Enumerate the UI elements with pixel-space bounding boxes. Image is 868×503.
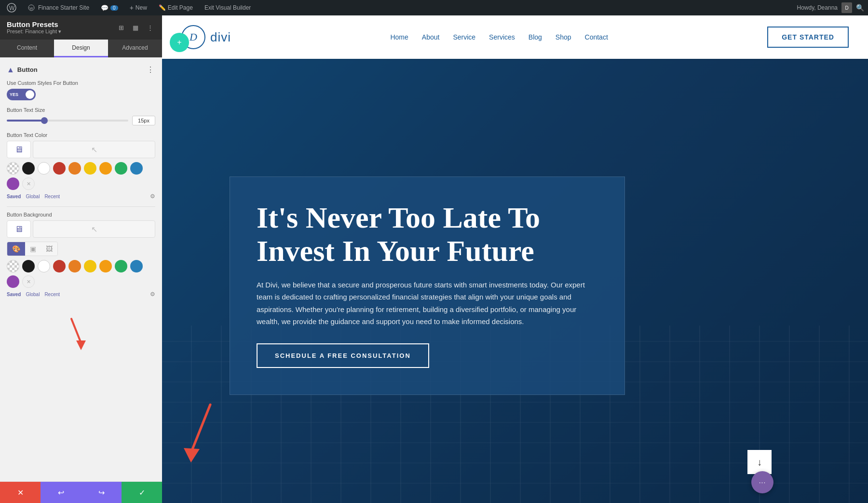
nav-about[interactable]: About [422,33,440,41]
arrow-annotation-container [7,324,155,353]
comments-link[interactable]: 💬 0 [98,4,121,12]
global-label[interactable]: Global [26,194,40,199]
website-preview: + D divi Home About Service Services Blo… [162,15,868,503]
edit-page-link[interactable]: ✏️ Edit Page [156,4,196,11]
swatch-purple[interactable] [7,177,19,190]
get-started-button[interactable]: GET STARTED [767,27,849,48]
swatch-yellow[interactable] [84,162,96,175]
nav-services[interactable]: Services [489,33,515,41]
floating-add-btn[interactable]: + [170,33,189,52]
panel-expand-icon[interactable]: ⊞ [116,22,126,33]
use-custom-styles-toggle[interactable]: YES [7,89,36,100]
svg-text:W: W [29,6,33,11]
section-options-icon[interactable]: ⋮ [147,65,155,74]
text-color-row: 🖥 ↖ [7,141,155,158]
hero-description: At Divi, we believe that a secure and pr… [257,279,598,328]
undo-icon: ↩ [58,488,64,497]
left-panel: Button Presets Preset: Finance Light ▾ ⊞… [0,15,162,503]
exit-builder-btn[interactable]: Exit Visual Builder [202,4,254,11]
tab-advanced[interactable]: Advanced [108,40,162,57]
bg-swatch-orange[interactable] [68,260,81,272]
cta-label: SCHEDULE A FREE CONSULTATION [275,352,411,359]
saved-label[interactable]: Saved [7,194,21,199]
tab-content[interactable]: Content [0,40,54,57]
nav-shop[interactable]: Shop [556,33,571,41]
bg-color-settings-icon[interactable]: ⚙ [150,291,155,298]
bg-swatch-purple[interactable] [7,275,19,288]
red-arrow-svg [67,314,95,353]
scroll-down-button[interactable]: ↓ [747,450,772,474]
admin-site-name[interactable]: W Finance Starter Site [25,4,92,11]
collapse-icon[interactable]: ▲ [7,66,14,74]
recent-label[interactable]: Recent [44,194,60,199]
site-nav: + D divi Home About Service Services Blo… [162,15,868,59]
bg-swatch-eraser[interactable]: ✕ [22,275,35,288]
section-title: ▲ Button [7,66,38,74]
toggle-knob [26,90,34,99]
swatch-red[interactable] [53,162,66,175]
swatch-light-orange[interactable] [99,162,112,175]
bg-color-label-group: Saved Global Recent ⚙ [7,291,155,298]
floating-dots-menu[interactable]: ··· [751,471,773,493]
bg-desktop-view-btn[interactable]: 🖥 [7,220,31,238]
main-layout: Button Presets Preset: Finance Light ▾ ⊞… [0,15,868,503]
swatch-eraser[interactable]: ✕ [22,177,35,190]
new-content-btn[interactable]: + New [127,4,150,12]
nav-service[interactable]: Service [453,33,475,41]
swatch-blue[interactable] [130,162,143,175]
bg-global-label[interactable]: Global [26,292,40,297]
nav-home[interactable]: Home [390,33,408,41]
bg-image-tab[interactable]: 🖼 [41,242,57,256]
bg-swatch-yellow[interactable] [84,260,96,272]
search-icon[interactable]: 🔍 [856,4,864,12]
save-button[interactable]: ✓ [122,482,162,503]
swatch-checker[interactable] [7,162,19,175]
desktop-view-btn[interactable]: 🖥 [7,141,31,158]
nav-contact[interactable]: Contact [585,33,608,41]
color-settings-icon[interactable]: ⚙ [150,193,155,200]
panel-more-icon[interactable]: ⋮ [145,22,155,33]
redo-button[interactable]: ↪ [81,482,122,503]
bg-solid-tab[interactable]: 🎨 [7,242,25,256]
color-arrow-cursor[interactable]: ↖ [33,141,155,158]
nav-blog[interactable]: Blog [529,33,542,41]
bg-swatch-checker[interactable] [7,260,19,272]
slider-value[interactable]: 15px [132,116,155,125]
site-name-label: Finance Starter Site [38,4,89,11]
bg-eraser-icon: ✕ [27,279,31,285]
panel-grid-icon[interactable]: ▦ [130,22,141,33]
bg-label: Button Background [7,212,155,218]
swatch-black[interactable] [22,162,35,175]
slider-thumb[interactable] [41,117,48,124]
bg-swatch-green[interactable] [115,260,127,272]
panel-body: ▲ Button ⋮ Use Custom Styles For Button … [0,57,162,481]
text-size-field: Button Text Size 15px [7,107,155,125]
user-avatar[interactable]: D [841,2,852,13]
text-color-label: Button Text Color [7,132,155,138]
paint-icon: 🎨 [12,245,20,253]
bg-swatch-blue[interactable] [130,260,143,272]
bg-swatch-light-orange[interactable] [99,260,112,272]
wp-logo[interactable]: W [4,3,19,13]
logo-letter: D [190,31,197,43]
bg-gradient-tab[interactable]: ▣ [25,242,41,256]
panel-subtitle[interactable]: Preset: Finance Light ▾ [7,28,61,35]
undo-button[interactable]: ↩ [41,482,81,503]
bg-swatch-white[interactable] [38,260,50,272]
hero-section: It's Never Too Late To Invest In Your Fu… [162,59,868,503]
bg-swatch-red[interactable] [53,260,66,272]
swatch-green[interactable] [115,162,127,175]
tab-design[interactable]: Design [54,40,108,57]
bg-recent-label[interactable]: Recent [44,292,60,297]
swatch-white[interactable] [38,162,50,175]
bg-arrow-cursor[interactable]: ↖ [33,220,155,238]
slider-track[interactable] [7,120,128,122]
panel-title: Button Presets [7,20,61,28]
dots-icon: ··· [759,478,766,486]
cancel-button[interactable]: ✕ [0,482,41,503]
bg-saved-label[interactable]: Saved [7,292,21,297]
bg-swatch-black[interactable] [22,260,35,272]
svg-line-4 [71,319,81,343]
swatch-orange[interactable] [68,162,81,175]
schedule-consultation-button[interactable]: SCHEDULE A FREE CONSULTATION [257,343,429,368]
